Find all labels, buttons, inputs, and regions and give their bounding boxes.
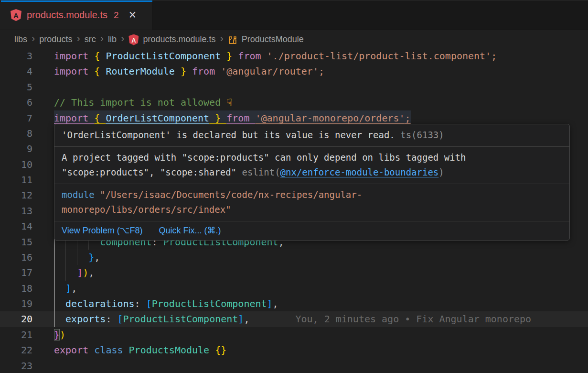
- code-token: {: [94, 112, 106, 124]
- module-info: module "/Users/isaac/Documents/code/nx-r…: [54, 184, 569, 221]
- code-token: RouterModule: [106, 66, 175, 77]
- line-number: 6: [0, 95, 48, 110]
- breadcrumb-separator-icon: ›: [76, 33, 80, 44]
- code-token: [: [146, 298, 152, 309]
- code-line-19[interactable]: 19 declarations: [ProductListComponent],: [0, 296, 588, 311]
- class-symbol-icon: [228, 35, 237, 45]
- code-line-4[interactable]: 4import { RouterModule } from '@angular/…: [0, 64, 588, 79]
- tab-title: products.module.ts: [27, 10, 107, 21]
- code-token: // This import is not allowed: [54, 97, 226, 108]
- code-line-16[interactable]: 16 },: [0, 250, 588, 265]
- line-number: 16: [0, 250, 48, 265]
- code-token: {: [94, 66, 106, 77]
- module-path: "/Users/isaac/Documents/code/nx-recipes/…: [62, 189, 362, 215]
- code-token: import: [54, 50, 94, 62]
- git-blame-annotation: You, 2 minutes ago • Fix Angular monorep…: [295, 313, 531, 325]
- code-token: '@angular/router': [221, 66, 319, 77]
- code-line-3[interactable]: 3import { ProductListComponent } from '.…: [0, 48, 588, 64]
- code-token: '@angular-monorepo/orders': [255, 112, 405, 124]
- code-token: ,: [273, 298, 278, 309]
- breadcrumb-item-symbol[interactable]: ProductsModule: [242, 34, 304, 44]
- code-token: ,: [88, 267, 94, 278]
- hover-action-bar: View Problem (⌥F8) Quick Fix... (⌘.): [54, 221, 569, 240]
- breadcrumb-item-products[interactable]: products: [39, 34, 72, 44]
- code-token: declarations: [54, 298, 135, 309]
- module-keyword: module: [62, 189, 95, 200]
- vscode-window: A products.module.ts 2 × libs › products…: [0, 0, 588, 373]
- code-token: ): [83, 267, 88, 278]
- line-number: 13: [0, 203, 48, 219]
- tab-error-count-badge: 2: [114, 10, 119, 21]
- code-token: './product-list/product-list.component': [267, 50, 492, 62]
- line-number: 12: [0, 187, 48, 203]
- code-token: from: [238, 50, 267, 62]
- quick-fix-button[interactable]: Quick Fix... (⌘.): [159, 224, 221, 237]
- code-token: ProductListComponent: [106, 50, 221, 62]
- angular-file-icon: A: [11, 9, 21, 21]
- code-line-21[interactable]: 21}): [0, 327, 588, 342]
- code-line-5[interactable]: 5: [0, 79, 588, 95]
- code-token: :: [106, 313, 117, 325]
- breadcrumb-separator-icon: ›: [220, 33, 223, 44]
- breadcrumb-item-src[interactable]: src: [85, 34, 96, 44]
- line-number: 9: [0, 141, 48, 156]
- code-token: :: [135, 298, 146, 309]
- code-token: ]: [77, 267, 83, 278]
- hover-diagnostic-tooltip: 'OrderListComponent' is declared but its…: [54, 124, 570, 241]
- code-token: OrderListComponent: [106, 112, 209, 124]
- code-token: ;: [405, 112, 411, 124]
- code-line-18[interactable]: 18 ],: [0, 281, 588, 296]
- code-line-22[interactable]: 22export class ProductsModule {}: [0, 342, 588, 358]
- code-token: }: [54, 329, 60, 340]
- line-number: 19: [0, 296, 48, 311]
- line-number: 8: [0, 126, 48, 141]
- code-line-6[interactable]: 6// This import is not allowed ☟: [0, 95, 588, 110]
- line-number: 22: [0, 342, 48, 358]
- code-token: export: [54, 344, 94, 356]
- code-token: [54, 283, 65, 294]
- code-token: }: [221, 50, 238, 62]
- breadcrumb-separator-icon: ›: [121, 33, 124, 44]
- code-token: ;: [319, 66, 324, 77]
- line-number: 14: [0, 219, 48, 234]
- tab-products-module[interactable]: A products.module.ts 2 ×: [0, 0, 153, 30]
- line-number: 23: [0, 358, 48, 373]
- code-token: [54, 267, 77, 278]
- code-token: ProductListComponent: [123, 313, 238, 325]
- code-token: ): [60, 329, 65, 340]
- code-token: ,: [244, 313, 249, 325]
- eslint-rule-link[interactable]: @nx/enforce-module-boundaries: [280, 167, 439, 177]
- line-number: 20: [0, 311, 48, 327]
- code-token: from: [192, 66, 221, 77]
- line-number: 15: [0, 234, 48, 250]
- code-token: ;: [491, 50, 497, 62]
- editor[interactable]: 3import { ProductListComponent } from '.…: [0, 48, 588, 373]
- line-number: 5: [0, 79, 48, 95]
- code-token: import: [54, 66, 94, 77]
- close-tab-icon[interactable]: ×: [129, 9, 137, 22]
- code-token: class: [94, 344, 128, 356]
- code-token: }: [88, 252, 94, 263]
- view-problem-button[interactable]: View Problem (⌥F8): [62, 224, 142, 237]
- code-line-17[interactable]: 17 ]),: [0, 265, 588, 280]
- breadcrumb-item-lib[interactable]: lib: [108, 34, 117, 44]
- code-line-23[interactable]: 23: [0, 358, 588, 373]
- code-token: [54, 252, 88, 263]
- code-token: {: [94, 50, 106, 62]
- breadcrumb-item-libs[interactable]: libs: [14, 34, 27, 44]
- line-number: 10: [0, 157, 48, 172]
- code-token: }: [175, 66, 192, 77]
- code-line-20[interactable]: 20 exports: [ProductListComponent],You, …: [0, 311, 588, 327]
- code-token: ProductListComponent: [152, 298, 267, 309]
- diagnostic-eslint: A project tagged with "scope:products" c…: [54, 147, 569, 184]
- diagnostic-ts: 'OrderListComponent' is declared but its…: [54, 124, 569, 147]
- line-number: 21: [0, 327, 48, 342]
- code-token: import: [54, 112, 94, 124]
- line-number: 7: [0, 110, 48, 126]
- breadcrumb-item-file[interactable]: products.module.ts: [143, 34, 215, 44]
- diagnostic-ts-code: ts(6133): [400, 130, 444, 140]
- angular-file-icon: A: [128, 34, 139, 45]
- diagnostic-eslint-source: eslint(: [242, 167, 280, 177]
- code-token: ProductsModule: [129, 344, 215, 356]
- line-number: 18: [0, 281, 48, 296]
